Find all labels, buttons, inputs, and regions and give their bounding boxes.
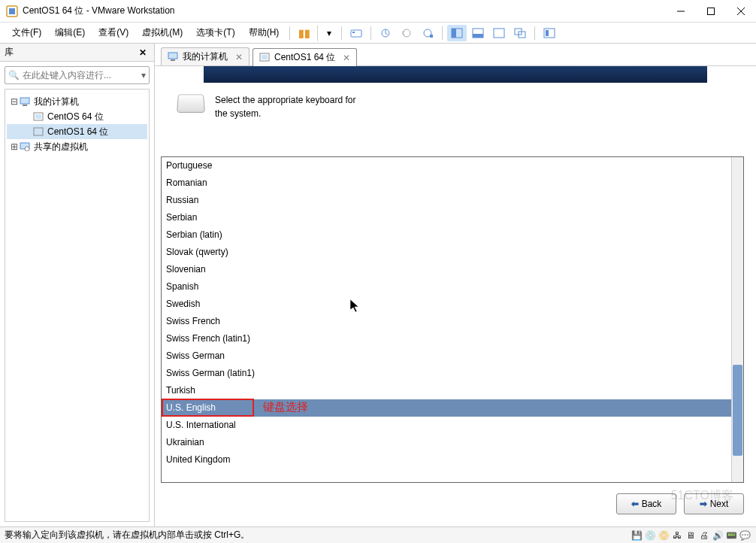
menu-file[interactable]: 文件(F) [6,23,47,42]
menu-vm[interactable]: 虚拟机(M) [136,23,189,42]
tab-label: CentOS1 64 位 [274,51,335,64]
minimize-button[interactable] [666,0,696,23]
tab-close-icon[interactable]: ✕ [340,53,350,63]
status-sound-icon[interactable]: 🔊 [711,530,724,541]
collapse-icon[interactable]: ⊟ [10,96,19,107]
tree-shared-vms[interactable]: ⊞ 共享的虚拟机 [7,139,147,154]
vm-icon [32,126,44,137]
tab-label: 我的计算机 [183,50,228,63]
status-message-icon[interactable]: 💬 [738,530,751,541]
svg-rect-16 [494,29,504,38]
keyboard-option[interactable]: Serbian [162,209,743,226]
status-floppy-icon[interactable]: 📀 [657,530,670,541]
prompt-text: Select the appropriate keyboard for the … [215,93,355,120]
listbox-scrollbar[interactable] [731,157,743,482]
keyboard-listbox[interactable]: PortugueseRomanianRussianSerbianSerbian … [161,156,744,483]
snapshot-manage-button[interactable] [418,25,437,41]
keyboard-option[interactable]: Swiss French [162,313,743,330]
snapshot-revert-button[interactable] [397,25,416,41]
menu-tabs[interactable]: 选项卡(T) [190,23,240,42]
keyboard-option[interactable]: Swiss German [162,347,743,365]
expand-icon[interactable]: ⊞ [10,141,19,152]
menu-help[interactable]: 帮助(H) [243,23,286,42]
sidebar-title: 库 [5,46,136,59]
status-display-icon[interactable]: 🖥 [684,530,697,541]
menu-view[interactable]: 查看(V) [92,23,135,42]
status-usb-icon[interactable]: 📟 [724,530,738,541]
installer-banner [204,66,707,83]
vm-icon [32,111,44,122]
maximize-button[interactable] [696,0,726,23]
vmware-app-icon [6,5,18,17]
keyboard-option[interactable]: Romanian [162,174,743,192]
keyboard-option[interactable]: U.S. English [162,399,743,417]
sidebar-close-button[interactable]: ✕ [136,47,150,58]
library-toggle-button[interactable] [540,25,559,41]
arrow-left-icon: ⬅ [631,499,639,509]
keyboard-option[interactable]: Swiss German (latin1) [162,365,743,382]
keyboard-option[interactable]: U.S. International [162,417,743,434]
svg-rect-32 [262,55,268,59]
svg-rect-20 [546,30,549,36]
next-button[interactable]: ➡ Next [684,493,744,514]
search-dropdown-icon[interactable]: ▾ [141,70,146,80]
keyboard-option[interactable]: Slovak (qwerty) [162,244,743,261]
annotation-label: 键盘选择 [263,400,308,414]
computer-icon [168,52,178,62]
search-input[interactable] [23,70,141,80]
vm-console[interactable]: Select the appropriate keyboard for the … [155,66,756,526]
tab-centos1[interactable]: CentOS1 64 位 ✕ [253,48,357,66]
tree-vm-centos1-64[interactable]: CentOS1 64 位 [7,124,147,139]
svg-rect-11 [430,35,433,38]
pause-vm-button[interactable]: ▮▮ [295,25,314,41]
svg-point-28 [25,147,29,151]
tree-label: 共享的虚拟机 [34,141,88,153]
body: 库 ✕ 🔍 ▾ ⊟ 我的计算机 CentOS 64 位 CentOS1 64 位 [0,44,756,526]
svg-rect-21 [20,98,29,104]
status-network-icon[interactable]: 🖧 [670,530,684,541]
keyboard-option[interactable]: Russian [162,192,743,209]
tree-label: CentOS1 64 位 [47,126,108,138]
menu-edit[interactable]: 编辑(E) [49,23,91,42]
search-icon: 🔍 [8,70,20,80]
search-box[interactable]: 🔍 ▾ [5,66,150,84]
tab-close-icon[interactable]: ✕ [232,52,243,62]
status-printer-icon[interactable]: 🖨 [697,530,711,541]
power-dropdown[interactable]: ▾ [317,25,337,41]
tree-root-my-computer[interactable]: ⊟ 我的计算机 [7,94,147,109]
keyboard-icon [177,94,205,113]
keyboard-option[interactable]: Turkish [162,382,743,399]
keyboard-option[interactable]: United Kingdom [162,451,743,469]
tab-strip: 我的计算机 ✕ CentOS1 64 位 ✕ [155,44,756,66]
svg-rect-30 [171,59,175,61]
keyboard-option[interactable]: Portuguese [162,157,743,174]
back-label: Back [642,499,662,509]
keyboard-option[interactable]: Serbian (latin) [162,226,743,244]
keyboard-option[interactable]: Swiss French (latin1) [162,330,743,347]
close-button[interactable] [726,0,756,23]
tree-vm-centos64[interactable]: CentOS 64 位 [7,109,147,124]
keyboard-option[interactable]: Ukrainian [162,434,743,451]
svg-rect-26 [35,129,41,134]
snapshot-take-button[interactable] [376,25,395,41]
sidebar-header: 库 ✕ [0,44,154,62]
fullscreen-button[interactable] [489,25,509,41]
status-cd-icon[interactable]: 💿 [643,530,657,541]
keyboard-option[interactable]: Spanish [162,278,743,296]
tab-home[interactable]: 我的计算机 ✕ [161,47,249,65]
tree-label: 我的计算机 [34,96,79,108]
send-ctrl-alt-del-button[interactable] [346,25,366,41]
svg-rect-1 [9,8,15,14]
library-tree[interactable]: ⊟ 我的计算机 CentOS 64 位 CentOS1 64 位 ⊞ 共享的虚拟… [5,89,150,522]
window-title: CentOS1 64 位 - VMware Workstation [23,5,666,17]
svg-rect-29 [168,53,177,59]
status-disk-icon[interactable]: 💾 [630,530,643,541]
unity-button[interactable] [510,25,530,41]
titlebar: CentOS1 64 位 - VMware Workstation [0,0,756,23]
keyboard-option[interactable]: Slovenian [162,261,743,278]
view-thumbnail-button[interactable] [468,25,488,41]
keyboard-option[interactable]: Swedish [162,296,743,313]
back-button[interactable]: ⬅ Back [616,493,676,514]
scrollbar-thumb[interactable] [733,365,742,456]
view-console-button[interactable] [447,25,467,41]
